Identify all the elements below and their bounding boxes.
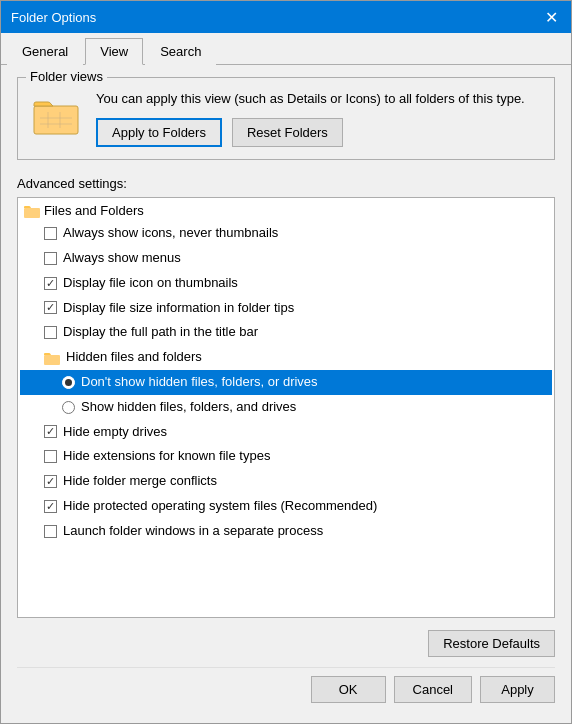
list-item-text: Hide protected operating system files (R… xyxy=(63,496,377,517)
list-item-text: Don't show hidden files, folders, or dri… xyxy=(81,372,318,393)
folder-views-right: You can apply this view (such as Details… xyxy=(96,90,542,147)
checkbox-file-icon-thumbnails[interactable] xyxy=(44,277,57,290)
list-item-text: Show hidden files, folders, and drives xyxy=(81,397,296,418)
reset-folders-button[interactable]: Reset Folders xyxy=(232,118,343,147)
checkbox-file-size-info[interactable] xyxy=(44,301,57,314)
window-title: Folder Options xyxy=(11,10,96,25)
checkbox-hide-extensions[interactable] xyxy=(44,450,57,463)
close-button[interactable]: ✕ xyxy=(541,7,561,27)
advanced-settings-label: Advanced settings: xyxy=(17,176,555,191)
list-item-text: Display file icon on thumbnails xyxy=(63,273,238,294)
cancel-button[interactable]: Cancel xyxy=(394,676,472,703)
settings-list[interactable]: Files and Folders Always show icons, nev… xyxy=(18,198,554,617)
list-item[interactable]: Display file icon on thumbnails xyxy=(20,271,552,296)
list-item[interactable]: Launch folder windows in a separate proc… xyxy=(20,519,552,544)
files-and-folders-label: Files and Folders xyxy=(44,203,144,218)
list-item[interactable]: Display the full path in the title bar xyxy=(20,320,552,345)
folder-views-buttons: Apply to Folders Reset Folders xyxy=(96,118,542,147)
tab-content: Folder views xyxy=(1,65,571,723)
checkbox-full-path[interactable] xyxy=(44,326,57,339)
restore-defaults-container: Restore Defaults xyxy=(17,630,555,657)
folder-views-description: You can apply this view (such as Details… xyxy=(96,90,542,108)
checkbox-launch-separate-process[interactable] xyxy=(44,525,57,538)
checkbox-hide-empty-drives[interactable] xyxy=(44,425,57,438)
list-item-text: Display file size information in folder … xyxy=(63,298,294,319)
list-item-text: Hide folder merge conflicts xyxy=(63,471,217,492)
settings-list-container: Files and Folders Always show icons, nev… xyxy=(17,197,555,618)
folder-icon xyxy=(30,90,82,142)
folder-views-group: Folder views xyxy=(17,77,555,160)
list-item-text: Always show icons, never thumbnails xyxy=(63,223,278,244)
list-item[interactable]: Hide extensions for known file types xyxy=(20,444,552,469)
svg-rect-7 xyxy=(44,355,60,365)
ok-button[interactable]: OK xyxy=(311,676,386,703)
list-item[interactable]: Hide protected operating system files (R… xyxy=(20,494,552,519)
list-item-text: Always show menus xyxy=(63,248,181,269)
title-bar: Folder Options ✕ xyxy=(1,1,571,33)
list-item[interactable]: Hide empty drives xyxy=(20,420,552,445)
tab-search[interactable]: Search xyxy=(145,38,216,65)
radio-show-hidden[interactable] xyxy=(62,401,75,414)
list-item[interactable]: Hide folder merge conflicts xyxy=(20,469,552,494)
restore-defaults-button[interactable]: Restore Defaults xyxy=(428,630,555,657)
svg-rect-6 xyxy=(24,208,40,218)
list-item[interactable]: Always show icons, never thumbnails xyxy=(20,221,552,246)
list-item-show-hidden[interactable]: Show hidden files, folders, and drives xyxy=(20,395,552,420)
folder-small-icon xyxy=(24,204,40,218)
list-item[interactable]: Always show menus xyxy=(20,246,552,271)
folder-options-window: Folder Options ✕ General View Search Fol… xyxy=(0,0,572,724)
svg-rect-0 xyxy=(34,106,78,134)
hidden-files-label: Hidden files and folders xyxy=(66,347,202,368)
checkbox-hide-merge-conflicts[interactable] xyxy=(44,475,57,488)
tabs-container: General View Search xyxy=(1,33,571,65)
apply-button[interactable]: Apply xyxy=(480,676,555,703)
list-item-text: Hide empty drives xyxy=(63,422,167,443)
radio-dont-show-hidden[interactable] xyxy=(62,376,75,389)
checkbox-show-menus[interactable] xyxy=(44,252,57,265)
list-item-text: Hide extensions for known file types xyxy=(63,446,270,467)
tab-general[interactable]: General xyxy=(7,38,83,65)
checkbox-show-icons[interactable] xyxy=(44,227,57,240)
folder-views-label: Folder views xyxy=(26,69,107,84)
folder-views-inner: You can apply this view (such as Details… xyxy=(30,90,542,147)
folder-small-icon-hidden xyxy=(44,351,60,365)
list-item[interactable]: Display file size information in folder … xyxy=(20,296,552,321)
hidden-files-header: Hidden files and folders xyxy=(20,345,552,370)
list-item-dont-show-hidden[interactable]: Don't show hidden files, folders, or dri… xyxy=(20,370,552,395)
apply-to-folders-button[interactable]: Apply to Folders xyxy=(96,118,222,147)
tab-view[interactable]: View xyxy=(85,38,143,65)
action-buttons: OK Cancel Apply xyxy=(17,667,555,711)
list-item-text: Launch folder windows in a separate proc… xyxy=(63,521,323,542)
files-and-folders-header: Files and Folders xyxy=(20,200,552,221)
list-item-text: Display the full path in the title bar xyxy=(63,322,258,343)
checkbox-hide-protected-os[interactable] xyxy=(44,500,57,513)
